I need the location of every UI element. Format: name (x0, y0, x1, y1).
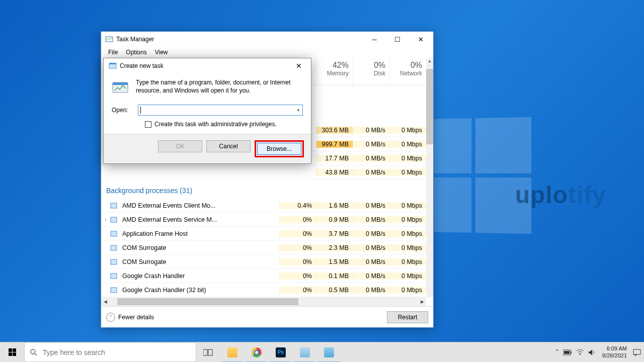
dialog-close-button[interactable]: ✕ (289, 59, 309, 73)
volume-icon[interactable] (588, 349, 596, 356)
task-view-button[interactable] (196, 342, 220, 363)
table-row[interactable]: AMD External Events Client Mo... 0.4% 1.… (101, 199, 426, 213)
disk-cell: 0 MB/s (353, 273, 389, 280)
start-button[interactable] (0, 342, 24, 362)
photos-taskbar-icon[interactable] (293, 342, 317, 363)
menu-file[interactable]: File (104, 48, 122, 57)
network-cell: 0 Mbps (389, 273, 426, 280)
table-row[interactable]: 43.8 MB 0 MB/s 0 Mbps (101, 165, 426, 179)
process-name: COM Surrogate (120, 244, 279, 251)
file-explorer-taskbar-icon[interactable] (220, 342, 245, 363)
checkbox-icon (145, 121, 151, 128)
task-manager-icon (105, 35, 113, 43)
create-new-task-dialog: Create new task ✕ Type the name of a pro… (103, 58, 311, 164)
menu-view[interactable]: View (151, 48, 172, 57)
notifications-icon[interactable] (633, 349, 641, 356)
taskbar: Type here to search Ps ˄ 6:09 AM 8/28/20… (0, 342, 644, 362)
cpu-cell: 0.4% (279, 202, 316, 209)
svg-rect-4 (111, 245, 117, 250)
admin-privileges-checkbox[interactable]: Create this task with administrative pri… (145, 121, 303, 128)
footer: ˄ Fewer details Restart (101, 306, 433, 327)
cancel-button[interactable]: Cancel (206, 140, 251, 152)
memory-cell: 1.6 MB (316, 202, 353, 209)
restart-button[interactable]: Restart (387, 311, 428, 323)
tray-chevron-icon[interactable]: ˄ (555, 348, 559, 356)
svg-rect-18 (564, 351, 570, 354)
taskbar-search[interactable]: Type here to search (24, 342, 196, 362)
taskbar-clock[interactable]: 6:09 AM 8/28/2021 (600, 345, 629, 358)
horizontal-scrollbar[interactable]: ◀▶ (101, 297, 426, 306)
menu-options[interactable]: Options (122, 48, 150, 57)
svg-rect-5 (111, 259, 117, 264)
wifi-icon[interactable] (576, 349, 584, 355)
svg-rect-7 (111, 288, 117, 293)
table-row[interactable]: COM Surrogate 0% 1.5 MB 0 MB/s 0 Mbps (101, 255, 426, 269)
table-row[interactable]: Google Crash Handler (32 bit) 0% 0.5 MB … (101, 283, 426, 297)
photoshop-icon: Ps (276, 347, 286, 357)
cpu-cell: 0% (279, 273, 316, 280)
col-disk[interactable]: 0%Disk (353, 58, 389, 85)
dialog-button-row: OK Cancel Browse... (104, 134, 311, 163)
network-cell: 0 Mbps (389, 216, 426, 223)
browse-button[interactable]: Browse... (257, 143, 301, 155)
run-dialog-icon (109, 62, 117, 70)
disk-cell: 0 MB/s (353, 202, 389, 209)
network-cell: 0 Mbps (389, 230, 426, 237)
folder-icon (227, 347, 237, 357)
memory-cell: 0.1 MB (316, 273, 353, 280)
cpu-cell: 0% (279, 230, 316, 237)
table-row[interactable]: Application Frame Host 0% 3.7 MB 0 MB/s … (101, 227, 426, 241)
col-network[interactable]: 0%Network (389, 58, 426, 85)
photoshop-taskbar-icon[interactable]: Ps (269, 342, 293, 363)
svg-rect-15 (208, 349, 212, 355)
chrome-taskbar-icon[interactable] (245, 342, 269, 363)
vertical-scrollbar[interactable]: ▲ (426, 58, 433, 297)
svg-rect-17 (571, 351, 572, 353)
search-placeholder: Type here to search (43, 348, 105, 356)
network-cell: 0 Mbps (389, 258, 426, 265)
cpu-cell: 0% (279, 287, 316, 294)
titlebar[interactable]: Task Manager ─ ☐ ✕ (101, 32, 433, 47)
open-combobox[interactable]: ▼ (138, 105, 303, 116)
chrome-icon (252, 347, 262, 357)
fewer-details-button[interactable]: ˄ Fewer details (106, 313, 387, 322)
svg-rect-11 (113, 82, 128, 85)
memory-cell: 2.3 MB (316, 244, 353, 251)
chevron-down-icon[interactable]: ▼ (296, 108, 300, 113)
svg-rect-1 (111, 203, 117, 208)
expand-icon[interactable]: › (101, 217, 110, 222)
dialog-title: Create new task (120, 62, 289, 69)
disk-cell: 0 MB/s (353, 230, 389, 237)
run-large-icon (112, 78, 129, 96)
table-row[interactable]: COM Surrogate 0% 2.3 MB 0 MB/s 0 Mbps (101, 241, 426, 255)
memory-cell: 3.7 MB (316, 230, 353, 237)
process-name: Google Crash Handler (32 bit) (120, 287, 279, 294)
dialog-titlebar[interactable]: Create new task ✕ (104, 58, 311, 73)
windows-desktop-logo (418, 117, 531, 234)
disk-cell: 0 MB/s (353, 216, 389, 223)
close-button[interactable]: ✕ (409, 32, 432, 47)
process-icon (110, 216, 120, 223)
process-name: Google Crash Handler (120, 273, 279, 280)
window-title: Task Manager (116, 36, 363, 43)
process-icon (110, 244, 120, 251)
task-manager-taskbar-icon[interactable] (317, 342, 341, 363)
process-icon (110, 258, 120, 265)
disk-cell: 0 MB/s (353, 258, 389, 265)
svg-point-19 (580, 353, 581, 354)
table-row[interactable]: Google Crash Handler 0% 0.1 MB 0 MB/s 0 … (101, 269, 426, 283)
network-cell: 0 Mbps (389, 287, 426, 294)
minimize-button[interactable]: ─ (363, 32, 386, 47)
network-cell: 0 Mbps (389, 244, 426, 251)
process-icon (110, 202, 120, 209)
disk-cell: 0 MB/s (353, 244, 389, 251)
ok-button[interactable]: OK (158, 140, 202, 152)
battery-icon[interactable] (563, 349, 572, 355)
table-row[interactable]: › AMD External Events Service M... 0% 0.… (101, 213, 426, 227)
maximize-button[interactable]: ☐ (386, 32, 409, 47)
browse-button-highlight: Browse... (255, 140, 304, 157)
col-memory[interactable]: 42%Memory (316, 58, 353, 85)
process-name: COM Surrogate (120, 258, 279, 265)
process-icon (110, 230, 120, 237)
process-name: Application Frame Host (120, 230, 279, 237)
